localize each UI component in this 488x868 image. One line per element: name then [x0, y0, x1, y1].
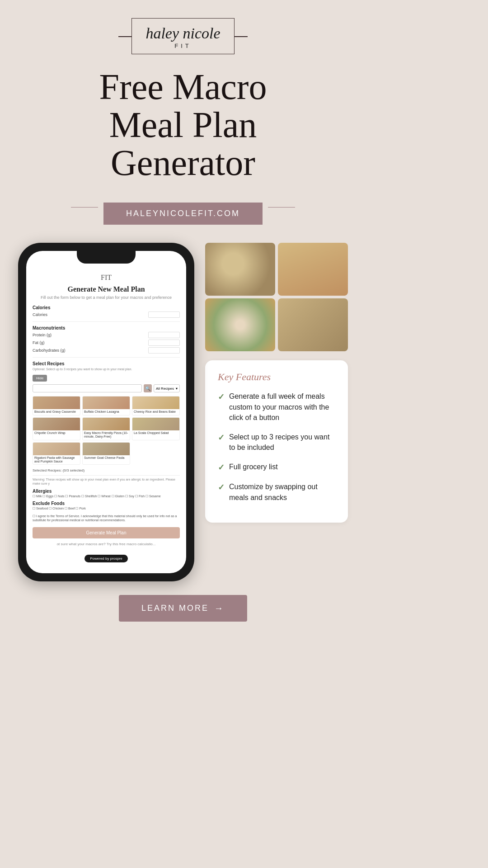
check-icon-4: ✓ — [218, 482, 225, 492]
logo-fit: FIT — [145, 42, 220, 49]
url-text: HALEYNICOLEFIT.COM — [126, 209, 240, 218]
recipe-thumbnail-4 — [33, 418, 80, 430]
calories-input[interactable] — [148, 311, 180, 318]
dropdown-text: All Recipes — [156, 387, 174, 391]
recipe-name-5: Easy Macro Friendly Pizza (10-minute, Da… — [83, 430, 130, 440]
recipe-thumbnail-7 — [33, 443, 80, 455]
powered-badge: Powered by prospre — [84, 555, 128, 562]
headline-line3: Generator — [111, 143, 255, 183]
feature-text-4: Customize by swapping out meals and snac… — [229, 481, 335, 502]
warning-text: Warning: These recipes will show up in y… — [33, 475, 180, 486]
recipe-thumbnail-3 — [132, 396, 179, 409]
protein-input[interactable] — [148, 332, 180, 338]
recipe-name-2: Buffalo Chicken Lasagna — [83, 409, 130, 415]
phone-logo-bar: FIT — [33, 274, 180, 282]
protein-label: Protein (g) — [33, 333, 52, 337]
phone-screen: FIT Generate New Meal Plan Fill out the … — [26, 251, 186, 573]
list-item[interactable]: Summer Goat Cheese Pasta — [82, 442, 130, 465]
url-side-line-left — [71, 207, 98, 208]
recipe-grid: Biscuits and Gravy Casserole Buffalo Chi… — [33, 396, 180, 465]
list-item[interactable]: Easy Macro Friendly Pizza (10-minute, Da… — [82, 417, 130, 440]
check-icon-3: ✓ — [218, 462, 225, 472]
fat-row: Fat (g) — [33, 340, 180, 346]
url-badge[interactable]: HALEYNICOLEFIT.COM — [103, 203, 263, 225]
list-item[interactable]: Biscuits and Gravy Casserole — [33, 396, 80, 415]
recipe-name-7: Rigatoni Pasta with Sausage and Pumpkin … — [33, 455, 80, 465]
divider-2 — [33, 357, 180, 358]
learn-more-section: LEARN MORE → — [0, 581, 366, 644]
calories-row: Calories — [33, 311, 180, 318]
recipe-dropdown[interactable]: All Recipes ▾ — [154, 384, 180, 392]
logo-line-right — [234, 36, 248, 37]
powered-bar: Powered by prospre — [33, 551, 180, 564]
allergies-items[interactable]: ☐ Milk ☐ Eggs ☐ Nuts ☐ Peanuts ☐ Shellfi… — [33, 495, 180, 498]
selected-label: Selected Recipes: (0/3 selected) — [33, 468, 180, 472]
phone-inner: FIT Generate New Meal Plan Fill out the … — [26, 274, 186, 564]
logo-section: haley nicole FIT — [131, 18, 234, 54]
divider-1 — [33, 321, 180, 322]
recipe-name-1: Biscuits and Gravy Casserole — [33, 409, 80, 415]
recipe-thumbnail-8 — [83, 443, 130, 455]
headline-line2: Meal Plan — [109, 105, 257, 145]
list-item[interactable]: Chipotle Crunch Wrap — [33, 417, 80, 440]
exclude-label: Exclude Foods — [33, 501, 180, 506]
recipe-name-3: Cheesy Rice and Beans Bake — [132, 409, 179, 415]
select-hint: Optional: Select up to 3 recipes you wan… — [33, 368, 180, 371]
fat-label: Fat (g) — [33, 340, 45, 345]
recipe-name-8: Summer Goat Cheese Pasta — [83, 455, 130, 461]
calories-field-label: Calories — [33, 312, 47, 317]
feature-item-1: ✓ Generate a full week of meals custom t… — [218, 391, 335, 423]
url-row: HALEYNICOLEFIT.COM — [71, 190, 295, 225]
feature-text-1: Generate a full week of meals custom to … — [229, 391, 335, 423]
feature-text-2: Select up to 3 recipes you want to be in… — [229, 432, 335, 453]
search-icon[interactable]: 🔍 — [144, 384, 152, 392]
main-content: FIT Generate New Meal Plan Fill out the … — [0, 225, 366, 581]
food-photo-chickpeas — [205, 243, 275, 296]
phone-title: Generate New Meal Plan — [33, 285, 180, 293]
list-item[interactable]: Rigatoni Pasta with Sausage and Pumpkin … — [33, 442, 80, 465]
phone-mockup: FIT Generate New Meal Plan Fill out the … — [18, 243, 194, 581]
learn-more-label: LEARN MORE — [141, 604, 209, 613]
right-col: Key Features ✓ Generate a full week of m… — [205, 243, 348, 522]
feature-item-3: ✓ Full grocery list — [218, 462, 335, 472]
select-recipes-label: Select Recipes — [33, 361, 180, 366]
learn-more-arrow-icon: → — [214, 603, 225, 613]
recipe-thumbnail-2 — [83, 396, 130, 409]
learn-more-button[interactable]: LEARN MORE → — [119, 595, 247, 622]
food-photo-casserole — [278, 243, 348, 296]
features-title: Key Features — [218, 371, 335, 383]
carbs-row: Carbohydrates (g) — [33, 347, 180, 354]
phone-notch — [77, 251, 136, 264]
recipe-name-6: La Scala Chopped Salad — [132, 430, 179, 436]
fat-input[interactable] — [148, 340, 180, 346]
check-icon-1: ✓ — [218, 392, 225, 402]
list-item[interactable]: Cheesy Rice and Beans Bake — [132, 396, 180, 415]
list-item[interactable]: La Scala Chopped Salad — [132, 417, 180, 440]
headline-line1: Free Macro — [99, 67, 267, 107]
food-photo-salad — [205, 298, 275, 351]
recipe-thumbnail-6 — [132, 418, 179, 430]
recipe-thumbnail-5 — [83, 418, 130, 430]
hide-button[interactable]: Hide — [33, 375, 47, 382]
generate-btn[interactable]: Generate Meal Plan — [33, 527, 180, 538]
features-card: Key Features ✓ Generate a full week of m… — [205, 360, 348, 522]
food-grid — [205, 243, 348, 351]
logo-script: haley nicole — [145, 25, 220, 42]
headline: Free Macro Meal Plan Generator — [81, 68, 285, 182]
carbs-label: Carbohydrates (g) — [33, 348, 66, 353]
dropdown-chevron: ▾ — [176, 387, 178, 391]
recipe-name-4: Chipotle Crunch Wrap — [33, 430, 80, 436]
logo-box: haley nicole FIT — [131, 18, 234, 54]
calories-label: Calories — [33, 305, 180, 310]
carbs-input[interactable] — [148, 347, 180, 354]
food-photo-meatball — [278, 298, 348, 351]
url-side-line-right — [268, 207, 295, 208]
exclude-items[interactable]: ☐ Seafood ☐ Chicken ☐ Beef ☐ Pork — [33, 507, 180, 510]
logo-line-left — [118, 36, 132, 37]
tos-text[interactable]: ☐ I agree to the Terms of Service. I ack… — [33, 514, 180, 523]
feature-item-4: ✓ Customize by swapping out meals and sn… — [218, 481, 335, 502]
search-row: 🔍 All Recipes ▾ — [33, 384, 180, 392]
list-item[interactable]: Buffalo Chicken Lasagna — [82, 396, 130, 415]
search-input[interactable] — [33, 384, 142, 392]
check-icon-2: ✓ — [218, 433, 225, 443]
